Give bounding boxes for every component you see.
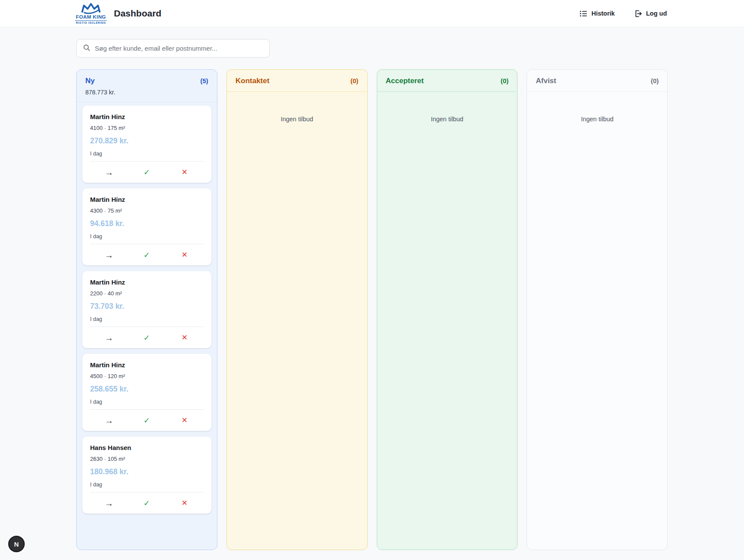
logout-button[interactable]: Log ud	[634, 10, 667, 18]
reject-button[interactable]: ✕	[166, 417, 204, 424]
column-kontaktet: Kontaktet (0) Ingen tilbud	[226, 69, 368, 550]
floating-badge[interactable]: N	[8, 536, 25, 552]
forward-button[interactable]: →	[90, 168, 128, 177]
accept-button[interactable]: ✓	[128, 417, 165, 424]
x-icon: ✕	[181, 251, 188, 259]
card-date: I dag	[90, 316, 204, 322]
column-accepteret-title: Accepteret	[386, 77, 424, 85]
check-icon: ✓	[143, 251, 150, 259]
forward-button[interactable]: →	[90, 333, 128, 342]
forward-button[interactable]: →	[90, 251, 128, 259]
foam-king-logo[interactable]: FOAM KING RIGTIG ISOLERING	[75, 3, 107, 25]
accept-button[interactable]: ✓	[128, 251, 165, 259]
crown-icon	[75, 3, 107, 14]
topbar: FOAM KING RIGTIG ISOLERING Dashboard His…	[0, 0, 744, 27]
card-actions: → ✓ ✕	[90, 410, 204, 431]
x-icon: ✕	[181, 334, 188, 341]
card-meta: 2200 · 40 m²	[90, 290, 204, 297]
card-price: 94.618 kr.	[90, 219, 204, 228]
column-ny-count: (5)	[200, 77, 208, 84]
kanban-board: Ny (5) 878.773 kr. Martin Hinz 4100 · 17…	[76, 69, 668, 550]
card-price: 180.968 kr.	[90, 467, 204, 476]
reject-button[interactable]: ✕	[166, 499, 204, 507]
card-meta: 4500 · 120 m²	[90, 373, 204, 379]
forward-button[interactable]: →	[90, 416, 128, 425]
column-ny-total: 878.773 kr.	[85, 89, 208, 96]
card-meta: 4100 · 175 m²	[90, 125, 204, 131]
column-kontaktet-title: Kontaktet	[236, 77, 269, 85]
arrow-right-icon: →	[105, 168, 113, 177]
column-ny-header: Ny (5) 878.773 kr.	[77, 70, 217, 102]
arrow-right-icon: →	[105, 251, 113, 259]
search-input[interactable]	[95, 45, 263, 52]
column-afvist-header: Afvist (0)	[527, 70, 667, 92]
check-icon: ✓	[143, 499, 150, 507]
x-icon: ✕	[181, 417, 188, 424]
card-actions: → ✓ ✕	[90, 244, 204, 265]
history-button[interactable]: Historik	[579, 10, 615, 18]
card-customer-name: Martin Hinz	[90, 361, 204, 369]
x-icon: ✕	[181, 499, 188, 507]
empty-state: Ingen tilbud	[227, 92, 367, 123]
card-actions: → ✓ ✕	[90, 162, 204, 183]
reject-button[interactable]: ✕	[166, 251, 204, 259]
column-accepteret: Accepteret (0) Ingen tilbud	[377, 69, 518, 550]
offer-card[interactable]: Martin Hinz 2200 · 40 m² 73.703 kr. I da…	[82, 271, 211, 348]
card-meta: 4300 · 75 m²	[90, 207, 204, 214]
accept-button[interactable]: ✓	[128, 334, 165, 342]
card-price: 258.655 kr.	[90, 385, 204, 394]
card-date: I dag	[90, 399, 204, 405]
page-title: Dashboard	[114, 8, 162, 19]
floating-badge-label: N	[14, 541, 19, 548]
check-icon: ✓	[143, 168, 150, 176]
accept-button[interactable]: ✓	[128, 168, 165, 176]
reject-button[interactable]: ✕	[166, 334, 204, 341]
arrow-right-icon: →	[105, 333, 113, 342]
x-icon: ✕	[181, 168, 188, 176]
offer-card[interactable]: Martin Hinz 4500 · 120 m² 258.655 kr. I …	[82, 354, 211, 431]
offer-card[interactable]: Hans Hansen 2630 · 105 m² 180.968 kr. I …	[82, 437, 211, 514]
column-accepteret-count: (0)	[501, 77, 508, 84]
logo-tagline: RIGTIG ISOLERING	[75, 20, 107, 24]
check-icon: ✓	[143, 334, 150, 342]
card-actions: → ✓ ✕	[90, 327, 204, 348]
reject-button[interactable]: ✕	[166, 168, 204, 176]
card-customer-name: Martin Hinz	[90, 278, 204, 286]
card-customer-name: Hans Hansen	[90, 444, 204, 451]
topbar-actions: Historik Log ud	[579, 10, 667, 18]
history-list-icon	[579, 10, 588, 18]
card-date: I dag	[90, 233, 204, 240]
empty-state: Ingen tilbud	[527, 92, 667, 123]
check-icon: ✓	[143, 417, 150, 424]
card-date: I dag	[90, 151, 204, 157]
column-ny: Ny (5) 878.773 kr. Martin Hinz 4100 · 17…	[76, 69, 217, 550]
empty-state: Ingen tilbud	[377, 92, 518, 123]
column-afvist: Afvist (0) Ingen tilbud	[527, 69, 668, 550]
column-afvist-count: (0)	[651, 77, 659, 84]
arrow-right-icon: →	[105, 416, 113, 425]
column-kontaktet-count: (0)	[350, 77, 358, 84]
card-price: 73.703 kr.	[90, 302, 204, 311]
search-bar[interactable]	[76, 39, 270, 58]
card-actions: → ✓ ✕	[90, 492, 204, 514]
column-afvist-title: Afvist	[536, 77, 556, 85]
forward-button[interactable]: →	[90, 499, 128, 508]
arrow-right-icon: →	[105, 499, 113, 508]
card-price: 270.829 kr.	[90, 136, 204, 146]
column-accepteret-header: Accepteret (0)	[377, 70, 518, 92]
logo-name: FOAM KING	[75, 15, 107, 20]
card-customer-name: Martin Hinz	[90, 113, 204, 120]
history-button-label: Historik	[592, 10, 615, 17]
accept-button[interactable]: ✓	[128, 499, 165, 507]
offer-card[interactable]: Martin Hinz 4100 · 175 m² 270.829 kr. I …	[82, 106, 211, 183]
search-icon	[83, 44, 91, 53]
column-kontaktet-header: Kontaktet (0)	[227, 70, 367, 92]
card-date: I dag	[90, 482, 204, 488]
offer-card[interactable]: Martin Hinz 4300 · 75 m² 94.618 kr. I da…	[82, 188, 211, 265]
column-ny-cards: Martin Hinz 4100 · 175 m² 270.829 kr. I …	[77, 102, 217, 519]
card-customer-name: Martin Hinz	[90, 196, 204, 203]
card-meta: 2630 · 105 m²	[90, 456, 204, 462]
logout-icon	[634, 10, 642, 18]
logout-button-label: Log ud	[646, 10, 667, 17]
column-ny-title: Ny	[85, 77, 95, 85]
